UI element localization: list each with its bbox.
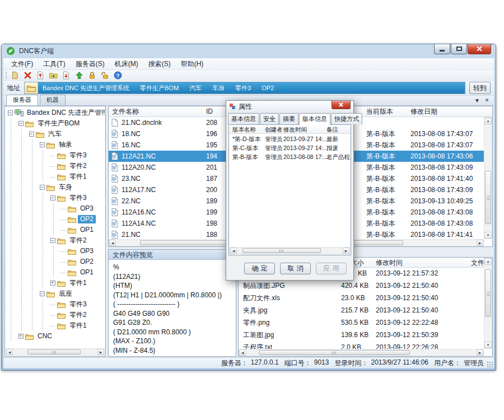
scroll-thumb[interactable]: [485, 171, 491, 224]
panel-close-icon[interactable]: ×: [485, 96, 489, 104]
tree-node-label[interactable]: 零件2: [67, 311, 89, 319]
tree-row[interactable]: OP3: [6, 246, 105, 256]
attachment-row[interactable]: 夹具.jpg215.7 KB2013-09-12 21:50:40: [239, 305, 484, 317]
help-icon[interactable]: ?: [113, 71, 123, 80]
tree-node-label[interactable]: Bandex DNC 先进生产管理系统: [25, 109, 105, 117]
scroll-down-icon[interactable]: ▼: [484, 232, 492, 239]
dialog-tab-3[interactable]: 版本信息: [299, 113, 330, 125]
scroll-thumb[interactable]: [242, 248, 321, 253]
scroll-left-icon[interactable]: ◀: [230, 248, 237, 254]
version-row[interactable]: 第-B-版本管理员2013-08-08 17:...老产品程序: [229, 152, 351, 161]
scroll-up-icon[interactable]: ▲: [484, 258, 492, 265]
menu-item-4[interactable]: 搜索(S): [144, 58, 175, 70]
scroll-thumb[interactable]: [27, 349, 81, 354]
tree-row[interactable]: −车身: [6, 182, 105, 193]
tree-horizontal-scrollbar[interactable]: ◀▶: [6, 348, 105, 356]
attachment-row[interactable]: 零件.png530.5 KB2013-09-12 22:22:48: [239, 317, 484, 329]
dialog-horizontal-scrollbar[interactable]: ◀▶: [230, 247, 350, 254]
attachments-horizontal-scrollbar[interactable]: ◀▶: [239, 349, 484, 356]
maximize-button[interactable]: [451, 44, 467, 54]
tree-row[interactable]: 零件1: [6, 171, 105, 182]
panel-dropdown-icon[interactable]: ▼: [474, 97, 480, 104]
lock-icon[interactable]: [87, 71, 97, 80]
column-creator[interactable]: 创建者: [265, 125, 283, 134]
attachment-row[interactable]: 制品顶图.JPG420.4 KB2013-09-12 21:50:40: [239, 280, 484, 292]
tree-node-label[interactable]: 零件1: [67, 321, 89, 330]
tree-expand-minus-icon[interactable]: −: [38, 288, 46, 299]
version-row[interactable]: 第-C-版本管理员2013-09-27 14:...报废: [229, 143, 351, 152]
dialog-tab-0[interactable]: 基本信息: [228, 113, 259, 124]
dialog-titlebar[interactable]: 属性: [226, 101, 353, 113]
tree-node-label[interactable]: 汽车: [46, 130, 64, 138]
column-modified-time[interactable]: 修改时间: [376, 258, 403, 268]
tree-node-label[interactable]: CNC: [35, 332, 54, 340]
tree-expand-plus-icon[interactable]: +: [16, 331, 25, 342]
tree-row[interactable]: −零件3: [6, 193, 105, 203]
tab-machine[interactable]: 机器: [40, 95, 66, 105]
tree-row[interactable]: −Bandex DNC 先进生产管理系统: [6, 108, 105, 118]
menu-item-2[interactable]: 服务器(S): [71, 58, 109, 70]
tree-node-label[interactable]: OP3: [78, 247, 96, 255]
tree-row[interactable]: −零件2: [6, 235, 105, 246]
tree-expand-minus-icon[interactable]: −: [16, 118, 25, 129]
version-list-header[interactable]: 版本名称 创建者 修改时间 备注: [229, 125, 351, 134]
new-document-icon[interactable]: [10, 71, 20, 80]
breadcrumb-segment-0[interactable]: Bandex DNC 先进生产管理系统: [38, 82, 139, 94]
tree-expand-minus-icon[interactable]: −: [48, 235, 57, 246]
scroll-right-icon[interactable]: ▶: [343, 248, 349, 254]
column-version-name[interactable]: 版本名称: [232, 125, 256, 134]
upload-file-icon[interactable]: [36, 71, 45, 80]
scroll-left-icon[interactable]: ◀: [6, 349, 13, 355]
cancel-button[interactable]: 取消: [280, 263, 311, 274]
tree-node-label[interactable]: 零件2: [67, 162, 89, 170]
menu-item-3[interactable]: 机床(M): [110, 58, 143, 70]
attachments-vertical-scrollbar[interactable]: ▲▼: [484, 258, 492, 349]
tree-node-label[interactable]: 零件生产BOM: [35, 119, 82, 128]
tree-node-label[interactable]: 车身: [57, 183, 74, 192]
column-modified-date[interactable]: 修改日期: [410, 106, 437, 117]
breadcrumb-segment-4[interactable]: 零件3: [230, 82, 260, 94]
scroll-right-icon[interactable]: ▶: [477, 349, 483, 356]
column-current-version[interactable]: 当前版本: [366, 106, 393, 117]
tree-expand-minus-icon[interactable]: −: [38, 182, 46, 193]
tree-row[interactable]: −底座: [6, 288, 105, 299]
tree-expand-minus-icon[interactable]: −: [38, 139, 46, 150]
tree-node-label[interactable]: 零件3: [67, 300, 89, 309]
tree-node-label[interactable]: OP2: [78, 258, 96, 266]
tree-row[interactable]: −汽车: [6, 129, 105, 139]
tree-node-label[interactable]: OP3: [78, 204, 96, 213]
tree-row[interactable]: +CNC: [6, 331, 105, 342]
dialog-tab-4[interactable]: 快捷方式: [331, 113, 362, 124]
tree-expand-minus-icon[interactable]: −: [27, 129, 36, 139]
scroll-left-icon[interactable]: ◀: [239, 349, 246, 356]
tree-node-label[interactable]: OP1: [78, 226, 96, 234]
menu-item-0[interactable]: 文件(F): [7, 58, 38, 70]
unlock-icon[interactable]: [100, 71, 110, 80]
resize-grip[interactable]: [487, 361, 493, 367]
tree-node-label[interactable]: 零件1: [67, 279, 89, 287]
send-up-icon[interactable]: [74, 71, 84, 80]
ok-button[interactable]: 确定: [244, 263, 275, 274]
tree-row[interactable]: OP2: [6, 214, 105, 225]
attachment-row[interactable]: 工装图.jpg139.6 KB2013-09-12 21:50:39: [239, 329, 484, 342]
tree-node-label[interactable]: 底座: [57, 290, 74, 298]
column-remark[interactable]: 备注: [326, 125, 338, 134]
delete-icon[interactable]: [23, 71, 32, 80]
tree-row[interactable]: 零件2: [6, 161, 105, 171]
column-file-name[interactable]: 文件名称: [112, 106, 139, 117]
scroll-thumb[interactable]: [259, 350, 410, 355]
menu-item-5[interactable]: 帮助(H): [176, 58, 208, 70]
breadcrumb-segment-1[interactable]: 零件生产BOM: [134, 82, 188, 94]
column-file[interactable]: 文件(&: [471, 258, 484, 268]
close-button[interactable]: [468, 44, 491, 54]
transfer-folder-icon[interactable]: [49, 71, 58, 80]
scroll-left-icon[interactable]: ◀: [109, 240, 116, 246]
version-row[interactable]: *第-D-版本管理员2013-09-27 14:...最新: [229, 134, 351, 143]
minimize-button[interactable]: [434, 44, 450, 54]
tree-node-label[interactable]: OP1: [78, 268, 96, 277]
scroll-down-icon[interactable]: ▼: [484, 342, 492, 348]
tree-row[interactable]: −轴承: [6, 139, 105, 150]
tree-row[interactable]: 零件3: [6, 299, 105, 310]
tree-row[interactable]: OP3: [6, 203, 105, 214]
tree-expand-minus-icon[interactable]: −: [6, 108, 15, 118]
